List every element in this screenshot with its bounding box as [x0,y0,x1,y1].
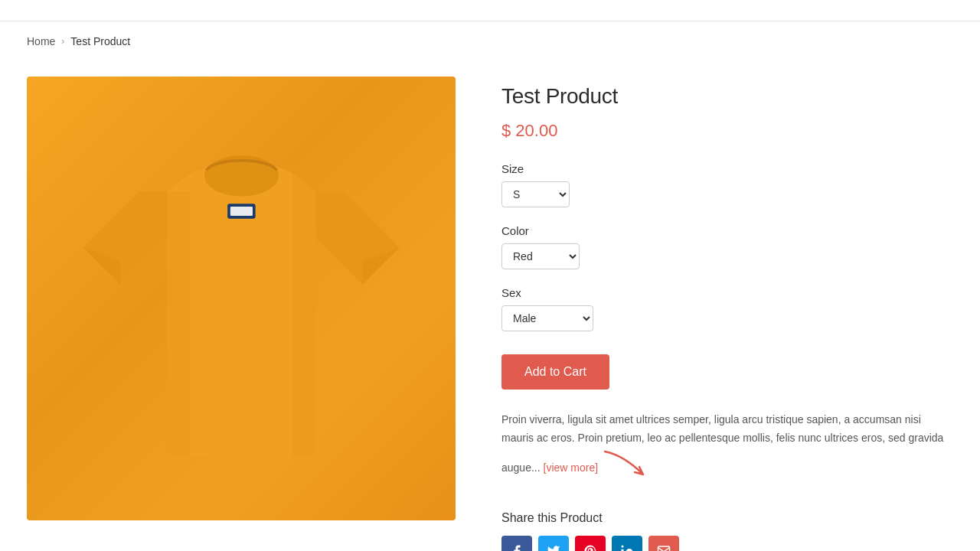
add-to-cart-button[interactable]: Add to Cart [501,354,609,390]
sex-label: Sex [501,286,953,299]
breadcrumb-separator: › [61,36,64,47]
view-more-link[interactable]: [view more] [544,461,599,474]
share-facebook-button[interactable] [501,536,532,551]
share-buttons [501,536,953,551]
facebook-icon [510,544,524,551]
share-title: Share this Product [501,511,953,525]
share-pinterest-button[interactable] [575,536,606,551]
color-label: Color [501,224,953,237]
email-icon [657,544,671,551]
product-image-container [27,77,456,551]
linkedin-icon [620,544,634,551]
svg-point-3 [622,545,624,547]
product-description: Proin viverra, ligula sit amet ultrices … [501,411,946,490]
top-bar [0,0,980,21]
breadcrumb-home-link[interactable]: Home [27,35,55,47]
breadcrumb: Home › Test Product [0,21,980,61]
share-twitter-button[interactable] [538,536,569,551]
twitter-icon [547,544,560,551]
product-tshirt-svg [53,103,430,494]
color-select[interactable]: Red Blue Green Yellow Black White [501,243,580,269]
arrow-annotation-svg [601,448,670,490]
size-option-group: Size S M L XL XXL [501,162,953,207]
share-linkedin-button[interactable] [612,536,642,551]
sex-select[interactable]: Male Female Unisex [501,305,593,331]
product-details: Test Product $ 20.00 Size S M L XL XXL C… [501,77,953,551]
product-price: $ 20.00 [501,121,953,141]
product-page: Test Product $ 20.00 Size S M L XL XXL C… [0,61,980,551]
share-section: Share this Product [501,511,953,551]
share-email-button[interactable] [648,536,679,551]
size-select[interactable]: S M L XL XXL [501,181,570,207]
color-option-group: Color Red Blue Green Yellow Black White [501,224,953,269]
product-title: Test Product [501,84,953,109]
size-label: Size [501,162,953,175]
sex-option-group: Sex Male Female Unisex [501,286,953,331]
breadcrumb-current: Test Product [70,35,130,47]
svg-rect-2 [230,207,252,216]
pinterest-icon [583,544,597,551]
product-image [27,77,456,520]
